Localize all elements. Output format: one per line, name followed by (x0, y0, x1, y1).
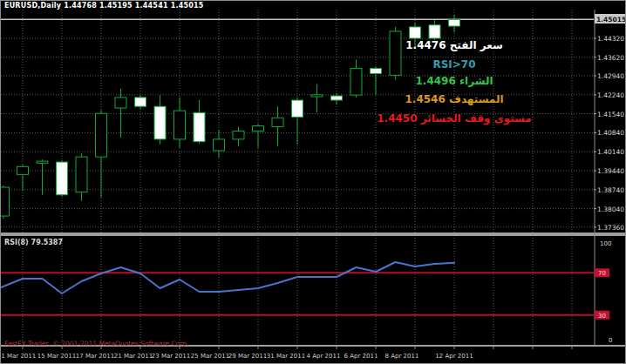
candle-body (214, 139, 225, 151)
date-tick-label: 8 Apr 2011 (385, 353, 419, 360)
candle-body (76, 157, 87, 192)
annotation-target-price[interactable]: المستهدف 1.4546 (337, 93, 572, 105)
candlestick[interactable] (449, 15, 460, 32)
candlestick[interactable] (174, 98, 186, 148)
price-tick-label: 1.40840 (597, 129, 624, 137)
rsi-level-label: 30 (598, 313, 606, 320)
candle-body (174, 111, 186, 139)
candlestick[interactable] (1, 185, 10, 219)
candle-body (311, 95, 323, 97)
candlestick[interactable] (390, 27, 401, 80)
date-tick-label: 17 Mar 2011 (76, 353, 114, 360)
annotation-stop-loss[interactable]: مستوى وقف الخسائر 1.4450 (337, 112, 572, 125)
candlestick[interactable] (17, 165, 29, 191)
candle-body (115, 98, 126, 108)
candlestick[interactable] (76, 153, 87, 201)
candle-body (1, 187, 10, 216)
current-price-label: 1.45015 (596, 16, 626, 24)
price-tick-label: 1.38740 (597, 186, 624, 194)
date-tick-label: 15 Mar 2011 (37, 353, 76, 360)
candle-body (233, 131, 244, 139)
candle-body (37, 161, 48, 163)
rsi-line (1, 262, 454, 293)
candlestick[interactable] (154, 95, 166, 145)
annotation-open-price[interactable]: سعر الفتح 1.4476 (337, 39, 572, 51)
rsi-scale-top: 100 (600, 240, 611, 247)
candle-body (57, 162, 68, 195)
candlestick[interactable] (253, 124, 264, 147)
price-tick-label: 1.42240 (597, 91, 624, 99)
chart-title: EURUSD,Daily 1.44768 1.45195 1.44541 1.4… (4, 2, 204, 10)
date-tick-label: 21 Mar 2011 (114, 353, 153, 360)
chart-window: 1.443201.436201.429401.422401.415401.408… (0, 0, 626, 364)
annotation-rsi-note[interactable]: RSI>70 (337, 58, 572, 71)
candlestick[interactable] (57, 160, 68, 197)
price-tick-label: 1.37360 (597, 224, 624, 232)
date-tick-label: 11 Mar 2011 (1, 353, 36, 360)
candlestick[interactable] (194, 100, 205, 144)
candle-body (292, 100, 303, 117)
date-tick-label: 31 Mar 2011 (267, 353, 305, 360)
price-tick-label: 1.40140 (597, 148, 624, 156)
candle-body (449, 19, 460, 26)
annotation-buy-price[interactable]: الشراء 1.4496 (337, 75, 572, 87)
candlestick[interactable] (233, 127, 244, 146)
date-tick-label: 25 Mar 2011 (191, 353, 229, 360)
candlestick[interactable] (311, 84, 323, 113)
date-tick-label: 12 Apr 2011 (435, 353, 473, 360)
candle-body (194, 112, 205, 141)
candlestick[interactable] (135, 95, 146, 109)
rsi-scale-bottom: 0 (609, 337, 612, 344)
candle-body (17, 166, 29, 174)
pane-separator[interactable] (1, 233, 626, 236)
price-chart-canvas[interactable]: 1.443201.436201.429401.422401.415401.408… (1, 1, 626, 364)
candle-body (429, 25, 440, 38)
price-tick-label: 1.39440 (597, 167, 624, 175)
date-tick-label: 4 Apr 2011 (307, 353, 341, 360)
date-tick-label: 6 Apr 2011 (344, 353, 378, 360)
candle-body (272, 118, 283, 126)
price-tick-label: 1.38040 (597, 206, 624, 213)
candlestick[interactable] (115, 89, 126, 138)
price-tick-label: 1.44320 (597, 35, 624, 43)
candlestick[interactable] (272, 106, 283, 146)
price-tick-label: 1.43620 (597, 54, 624, 62)
candlestick[interactable] (96, 110, 107, 198)
candle-body (154, 106, 166, 139)
candlestick[interactable] (214, 131, 225, 158)
candle-body (253, 126, 264, 131)
candle-body (135, 98, 146, 106)
date-tick-label: 23 Mar 2011 (152, 353, 190, 360)
rsi-level-label: 70 (598, 270, 606, 277)
candle-body (96, 113, 107, 157)
candle-body (410, 27, 421, 38)
price-tick-label: 1.42940 (597, 72, 624, 80)
date-tick-label: 29 Mar 2011 (228, 353, 267, 360)
price-tick-label: 1.41540 (597, 111, 624, 118)
candlestick[interactable] (292, 98, 303, 145)
rsi-indicator-label: RSI(8) 79.5387 (4, 239, 63, 246)
copyright-text: FastFX Trader, © 2001-2011 MetaQuotes So… (4, 340, 189, 347)
